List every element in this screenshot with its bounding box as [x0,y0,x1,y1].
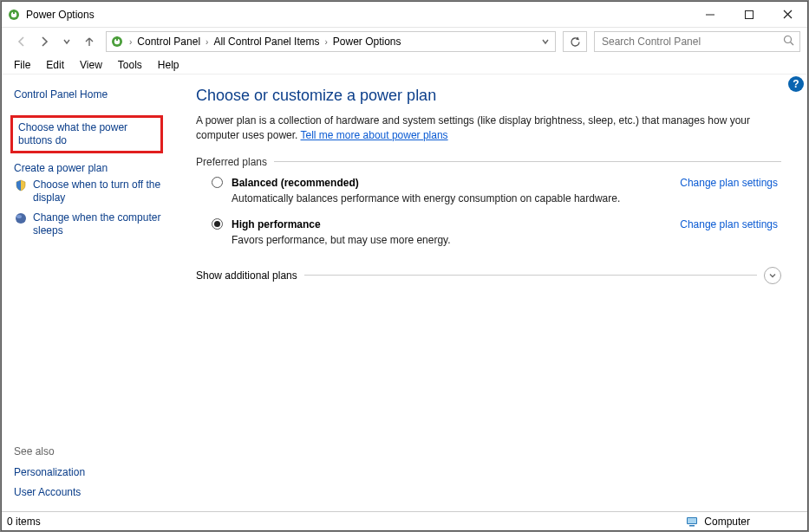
svg-rect-15 [688,518,696,523]
menu-help[interactable]: Help [151,57,186,73]
refresh-button[interactable] [563,31,587,52]
search-box[interactable] [594,31,800,52]
change-plan-settings-high-performance[interactable]: Change plan settings [680,218,781,230]
svg-point-12 [16,213,26,224]
page-description: A power plan is a collection of hardware… [196,114,781,144]
forward-button[interactable] [35,32,54,51]
search-icon[interactable] [783,34,794,49]
svg-line-11 [791,42,794,46]
sidebar-turn-off-display[interactable]: Choose when to turn off the display [33,178,179,208]
close-button[interactable] [768,2,807,27]
show-additional-label: Show additional plans [196,269,297,282]
breadcrumb-control-panel[interactable]: Control Panel [134,34,204,49]
radio-balanced[interactable] [212,177,223,188]
plan-balanced-name: Balanced (recommended) [232,177,359,189]
see-also-label: See also [14,445,179,457]
plan-high-performance-name: High performance [232,218,321,230]
svg-rect-16 [689,525,695,527]
power-options-icon [7,8,21,22]
address-bar[interactable]: › Control Panel › All Control Panel Item… [106,31,556,52]
preferred-plans-label: Preferred plans [196,156,781,168]
search-input[interactable] [600,35,783,49]
breadcrumb-all-items[interactable]: All Control Panel Items [210,34,323,49]
shield-icon [14,178,28,192]
title-bar: Power Options [2,2,807,28]
chevron-right-icon[interactable]: › [127,37,134,47]
sidebar-choose-buttons[interactable]: Choose what the power buttons do [18,121,155,147]
radio-high-performance[interactable] [212,218,223,230]
sidebar-control-panel-home[interactable]: Control Panel Home [14,85,179,105]
page-heading: Choose or customize a power plan [196,87,781,105]
menu-tools[interactable]: Tools [111,57,149,73]
shield-icon [14,211,28,225]
plan-balanced: Balanced (recommended) Change plan setti… [212,177,781,204]
computer-icon [685,516,699,527]
plan-balanced-desc: Automatically balances performance with … [232,192,781,204]
sidebar-user-accounts[interactable]: User Accounts [14,483,179,503]
minimize-button[interactable] [690,2,729,27]
main-content: ? Choose or customize a power plan A pow… [184,75,807,511]
chevron-down-icon[interactable] [764,267,781,284]
back-button[interactable] [12,32,31,51]
sidebar: Control Panel Home Choose what the power… [2,75,184,511]
menu-view[interactable]: View [73,57,109,73]
tell-me-more-link[interactable]: Tell me more about power plans [301,129,448,141]
address-dropdown-icon[interactable] [536,34,555,49]
sidebar-item-highlighted: Choose what the power buttons do [10,115,163,153]
chevron-right-icon[interactable]: › [204,37,210,47]
sidebar-create-plan[interactable]: Create a power plan [14,159,179,178]
recent-dropdown[interactable] [57,32,76,51]
sidebar-personalization[interactable]: Personalization [14,463,179,483]
breadcrumb-power-options[interactable]: Power Options [329,34,405,49]
svg-rect-9 [116,36,118,41]
maximize-button[interactable] [729,2,768,27]
plan-high-performance: High performance Change plan settings Fa… [212,218,781,246]
divider [304,275,757,276]
menu-edit[interactable]: Edit [39,57,71,73]
show-additional-plans[interactable]: Show additional plans [196,267,781,284]
window-title: Power Options [26,9,690,21]
status-computer: Computer [704,516,802,528]
desc-text: A power plan is a collection of hardware… [196,114,750,141]
divider [274,161,781,162]
menu-bar: File Edit View Tools Help [2,55,807,75]
change-plan-settings-balanced[interactable]: Change plan settings [680,177,781,189]
plan-high-performance-desc: Favors performance, but may use more ene… [232,234,781,246]
status-items: 0 items [7,516,41,528]
up-button[interactable] [80,32,99,51]
preferred-plans-text: Preferred plans [196,156,267,168]
help-button[interactable]: ? [788,76,804,92]
svg-point-10 [785,36,792,43]
sidebar-computer-sleeps[interactable]: Change when the computer sleeps [33,211,179,241]
chevron-right-icon[interactable]: › [323,37,329,47]
status-bar: 0 items Computer [2,511,807,530]
nav-bar: › Control Panel › All Control Panel Item… [2,28,807,55]
location-icon [110,35,124,49]
svg-rect-4 [745,10,753,18]
svg-rect-2 [13,10,15,14]
menu-file[interactable]: File [7,57,37,73]
svg-point-13 [16,215,22,218]
